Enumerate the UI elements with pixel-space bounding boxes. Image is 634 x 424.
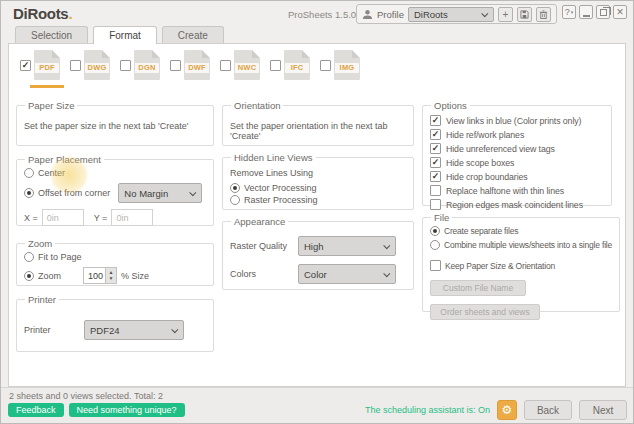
paper-placement-title: Paper Placement <box>25 154 104 165</box>
vector-processing-radio[interactable] <box>230 183 240 193</box>
vector-processing-row: Vector Processing <box>230 183 406 193</box>
dgn-checkbox[interactable] <box>120 60 131 71</box>
format-selector-row: PDF DWG DGN DWF NWC IFC <box>20 50 360 80</box>
tab-create[interactable]: Create <box>162 26 224 43</box>
hide-scope-boxes-checkbox[interactable] <box>430 157 441 168</box>
restore-button[interactable] <box>596 5 610 19</box>
order-sheets-views-button[interactable]: Order sheets and views <box>430 304 540 320</box>
raster-quality-value: High <box>304 241 324 252</box>
help-button[interactable]: ?▾ <box>562 5 576 19</box>
fit-to-page-row: Fit to Page <box>24 252 206 262</box>
profile-group: Profile DiRoots + <box>356 4 557 24</box>
right-column: Options View links in blue (Color prints… <box>422 100 612 312</box>
middle-column: Orientation Set the paper orientation in… <box>222 100 414 290</box>
hide-unreferenced-view-tags-checkbox[interactable] <box>430 143 441 154</box>
printer-label: Printer <box>24 325 80 335</box>
back-button[interactable]: Back <box>524 400 572 420</box>
printer-select[interactable]: PDF24 <box>84 320 184 340</box>
orientation-group: Orientation Set the paper orientation in… <box>222 100 414 146</box>
feedback-button[interactable]: Feedback <box>8 403 64 417</box>
file-title: File <box>431 212 452 223</box>
x-offset-input[interactable]: 0in <box>42 209 84 226</box>
hidden-line-views-group: Hidden Line Views Remove Lines Using Vec… <box>222 152 414 210</box>
ifc-file-icon[interactable]: IFC <box>284 50 310 80</box>
dwg-label: DWG <box>85 63 109 73</box>
zoom-percent-row: Zoom 100 ▲▼ % Size <box>24 267 206 284</box>
offset-from-corner-radio[interactable] <box>24 188 34 198</box>
hide-crop-boundaries-checkbox[interactable] <box>430 171 441 182</box>
delete-profile-button[interactable] <box>536 7 551 22</box>
img-label: IMG <box>335 63 359 73</box>
diroots-logo: DiRoots. <box>13 5 72 22</box>
raster-quality-label: Raster Quality <box>230 241 294 251</box>
dgn-label: DGN <box>135 63 159 73</box>
footer-links: Feedback Need something unique? <box>8 403 185 417</box>
scheduler-settings-button[interactable]: ⚙ <box>497 400 517 420</box>
raster-quality-select[interactable]: High <box>298 236 396 256</box>
printer-select-value: PDF24 <box>90 325 120 336</box>
colors-select-value: Color <box>304 269 327 280</box>
minimize-button[interactable] <box>579 5 593 19</box>
minimize-icon <box>583 8 590 17</box>
fit-to-page-label: Fit to Page <box>38 252 82 262</box>
create-separate-files-radio[interactable] <box>430 226 440 236</box>
scheduling-assistant-status: The scheduling assistant is: On <box>365 405 490 415</box>
raster-quality-row: Raster Quality High <box>230 236 406 256</box>
zoom-radio[interactable] <box>24 271 34 281</box>
hide-scope-boxes-label: Hide scope boxes <box>446 158 514 168</box>
close-button[interactable]: × <box>613 5 627 19</box>
ifc-checkbox[interactable] <box>270 60 281 71</box>
trash-icon <box>539 10 548 19</box>
fit-to-page-radio[interactable] <box>24 252 34 262</box>
tab-selection[interactable]: Selection <box>15 26 88 43</box>
view-links-in-blue-label: View links in blue (Color prints only) <box>446 116 581 126</box>
hide-crop-boundaries-label: Hide crop boundaries <box>446 172 528 182</box>
printer-group: Printer Printer PDF24 <box>16 294 214 352</box>
margin-select[interactable]: No Margin <box>118 183 202 203</box>
img-checkbox[interactable] <box>320 60 331 71</box>
next-button[interactable]: Next <box>579 400 627 420</box>
replace-halftone-checkbox[interactable] <box>430 185 441 196</box>
hide-unreferenced-view-tags-label: Hide unreferenced view tags <box>446 144 555 154</box>
nwc-checkbox[interactable] <box>220 60 231 71</box>
file-group: File Create separate files Combine multi… <box>422 212 620 312</box>
option-row: Hide crop boundaries <box>430 171 604 182</box>
custom-file-name-button[interactable]: Custom File Name <box>430 280 526 296</box>
view-links-in-blue-checkbox[interactable] <box>430 115 441 126</box>
zoom-percent-value: 100 <box>84 268 105 283</box>
tab-format[interactable]: Format <box>93 26 157 44</box>
nwc-file-icon[interactable]: NWC <box>234 50 260 80</box>
raster-processing-label: Raster Processing <box>244 195 318 205</box>
dwf-file-icon[interactable]: DWF <box>184 50 210 80</box>
dgn-file-icon[interactable]: DGN <box>134 50 160 80</box>
colors-select[interactable]: Color <box>298 264 396 284</box>
main-panel: PDF DWG DGN DWF NWC IFC <box>8 43 626 387</box>
region-edges-mask-checkbox[interactable] <box>430 199 441 210</box>
chevron-down-icon <box>383 270 390 277</box>
hide-ref-work-planes-checkbox[interactable] <box>430 129 441 140</box>
stepper-arrows-icon[interactable]: ▲▼ <box>105 268 116 283</box>
pdf-file-icon[interactable]: PDF <box>34 50 60 80</box>
zoom-title: Zoom <box>25 238 55 249</box>
options-title: Options <box>431 100 470 111</box>
add-profile-button[interactable]: + <box>498 7 513 22</box>
y-offset-input[interactable]: 0in <box>111 209 153 226</box>
format-item-nwc: NWC <box>220 50 260 80</box>
region-edges-mask-label: Region edges mask coincident lines <box>446 200 583 210</box>
zoom-percent-stepper[interactable]: 100 ▲▼ <box>83 267 117 284</box>
appearance-group: Appearance Raster Quality High Colors Co… <box>222 216 414 290</box>
center-radio[interactable] <box>24 168 34 178</box>
dwg-file-icon[interactable]: DWG <box>84 50 110 80</box>
save-profile-button[interactable] <box>517 7 532 22</box>
footer-bar: 2 sheets and 0 views selected. Total: 2 … <box>1 387 633 423</box>
pdf-checkbox[interactable] <box>20 60 31 71</box>
dwf-checkbox[interactable] <box>170 60 181 71</box>
keep-paper-size-checkbox[interactable] <box>430 260 441 271</box>
need-something-unique-button[interactable]: Need something unique? <box>69 403 185 417</box>
combine-single-file-radio[interactable] <box>430 240 440 250</box>
raster-processing-radio[interactable] <box>230 195 240 205</box>
profile-select[interactable]: DiRoots <box>408 7 494 22</box>
tab-selection-label: Selection <box>31 30 72 41</box>
dwg-checkbox[interactable] <box>70 60 81 71</box>
img-file-icon[interactable]: IMG <box>334 50 360 80</box>
